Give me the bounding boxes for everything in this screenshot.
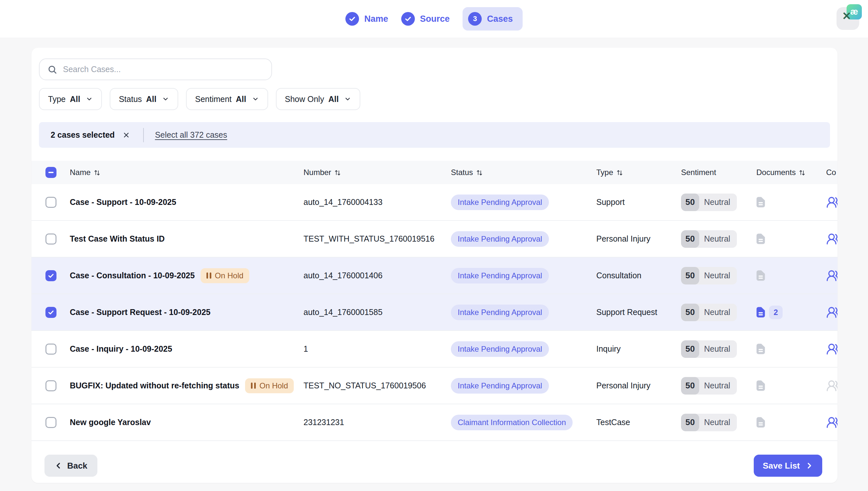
sort-icon — [617, 169, 623, 176]
row-checkbox[interactable] — [46, 197, 57, 208]
filter-dropdown[interactable]: Status All — [110, 88, 178, 110]
column-header[interactable]: Documents — [756, 168, 805, 177]
status-badge: Intake Pending Approval — [451, 341, 549, 357]
chevron-right-icon — [805, 462, 813, 469]
case-type: Consultation — [596, 271, 641, 280]
table-body: Case - Support - 10-09-2025 auto_14_1760… — [31, 184, 837, 441]
table-row[interactable]: Case - Support - 10-09-2025 auto_14_1760… — [31, 184, 837, 221]
case-number: auto_14_1760001406 — [303, 271, 382, 280]
case-number: auto_14_1760001585 — [303, 308, 382, 317]
contacts-icon[interactable] — [826, 269, 837, 282]
extension-app-button[interactable]: æ ✕ — [837, 7, 859, 30]
table-row[interactable]: Case - Inquiry - 10-09-2025 1 Intake Pen… — [31, 331, 837, 368]
filter-value: All — [146, 94, 156, 104]
case-number: TEST_NO_STATUS_1760019506 — [303, 381, 426, 390]
contacts-icon[interactable] — [826, 306, 837, 319]
table-row[interactable]: Case - Consultation - 10-09-2025 On Hold… — [31, 258, 837, 294]
sentiment-label: Neutral — [699, 417, 737, 427]
save-list-button[interactable]: Save List — [754, 455, 822, 477]
contacts-icon[interactable] — [826, 343, 837, 355]
clear-selection-icon[interactable] — [122, 131, 130, 139]
document-icon[interactable] — [756, 197, 765, 207]
table-row[interactable]: New google Yaroslav 231231231 Claimant I… — [31, 404, 837, 441]
column-header[interactable]: Type — [596, 168, 623, 177]
sentiment-badge: 50 Neutral — [681, 230, 737, 248]
sentiment-label: Neutral — [699, 381, 737, 390]
document-icon[interactable] — [756, 417, 765, 428]
filter-dropdown[interactable]: Type All — [39, 88, 102, 110]
row-checkbox[interactable] — [46, 380, 57, 391]
sentiment-label: Neutral — [699, 271, 737, 280]
case-type: Support Request — [596, 308, 657, 317]
column-label: Documents — [756, 168, 796, 177]
case-name: Case - Support - 10-09-2025 — [70, 197, 176, 207]
row-checkbox[interactable] — [46, 307, 57, 318]
document-icon[interactable] — [756, 233, 765, 244]
divider — [143, 128, 144, 142]
column-header[interactable]: Status — [451, 168, 483, 177]
step-label: Source — [420, 14, 450, 24]
step-number-badge: 3 — [468, 12, 482, 26]
cases-panel: Type All Status All Sentiment All Show O… — [31, 48, 837, 483]
table-row[interactable]: Test Case With Status ID TEST_WITH_STATU… — [31, 221, 837, 258]
step-source[interactable]: Source — [401, 12, 450, 26]
on-hold-badge: On Hold — [201, 268, 249, 283]
sentiment-score: 50 — [681, 194, 699, 211]
chevron-down-icon — [344, 95, 351, 103]
case-number: 231231231 — [303, 417, 344, 427]
sentiment-badge: 50 Neutral — [681, 267, 737, 285]
row-checkbox[interactable] — [46, 233, 57, 244]
column-label: Name — [70, 168, 91, 177]
filter-bar: Type All Status All Sentiment All Show O… — [39, 88, 830, 110]
sentiment-score: 50 — [681, 414, 699, 431]
contacts-icon[interactable] — [826, 196, 837, 209]
document-icon[interactable] — [756, 270, 765, 281]
row-checkbox[interactable] — [46, 270, 57, 281]
status-badge: Intake Pending Approval — [451, 195, 549, 210]
contacts-icon[interactable] — [826, 416, 837, 429]
select-all-checkbox[interactable] — [46, 167, 57, 178]
chevron-left-icon — [55, 462, 62, 469]
search-input[interactable] — [63, 65, 264, 74]
document-icon[interactable] — [756, 380, 765, 391]
column-header[interactable]: Sentiment — [681, 168, 716, 177]
search-icon — [48, 65, 57, 75]
selected-count: 2 cases selected — [51, 130, 115, 140]
chevron-down-icon — [86, 95, 93, 103]
sentiment-badge: 50 Neutral — [681, 377, 737, 395]
table-row[interactable]: Case - Support Request - 10-09-2025 auto… — [31, 294, 837, 331]
page: Name Source 3 Cases æ ✕ — [0, 0, 868, 491]
filter-dropdown[interactable]: Sentiment All — [186, 88, 268, 110]
filter-value: All — [70, 94, 80, 104]
back-button[interactable]: Back — [44, 455, 97, 477]
document-icon[interactable] — [756, 344, 765, 354]
select-all-link[interactable]: Select all 372 cases — [155, 130, 227, 140]
row-checkbox[interactable] — [46, 344, 57, 355]
chevron-down-icon — [162, 95, 169, 103]
cursor-x-icon: ✕ — [842, 10, 851, 22]
document-icon[interactable] — [756, 307, 765, 318]
case-name: Test Case With Status ID — [70, 234, 164, 243]
table-row[interactable]: BUGFIX: Updated without re-fetching stat… — [31, 368, 837, 404]
case-type: Personal Injury — [596, 234, 651, 243]
column-header[interactable]: Name — [70, 168, 100, 177]
step-name[interactable]: Name — [346, 12, 388, 26]
sentiment-score: 50 — [681, 340, 699, 358]
case-type: Inquiry — [596, 344, 621, 354]
filter-label: Type — [48, 94, 66, 104]
ae-logo-icon: æ ✕ — [846, 4, 862, 20]
filter-dropdown[interactable]: Show Only All — [276, 88, 361, 110]
step-cases[interactable]: 3 Cases — [462, 7, 522, 31]
column-header[interactable]: Number — [303, 168, 341, 177]
contacts-icon[interactable] — [826, 379, 837, 392]
column-label: Sentiment — [681, 168, 716, 177]
on-hold-badge: On Hold — [245, 378, 294, 393]
pause-icon — [251, 382, 256, 389]
filter-label: Show Only — [285, 94, 324, 104]
status-badge: Intake Pending Approval — [451, 268, 549, 284]
row-checkbox[interactable] — [46, 417, 57, 428]
status-badge: Intake Pending Approval — [451, 305, 549, 320]
column-header[interactable]: Co — [826, 168, 836, 177]
case-name: Case - Inquiry - 10-09-2025 — [70, 344, 172, 354]
contacts-icon[interactable] — [826, 232, 837, 246]
